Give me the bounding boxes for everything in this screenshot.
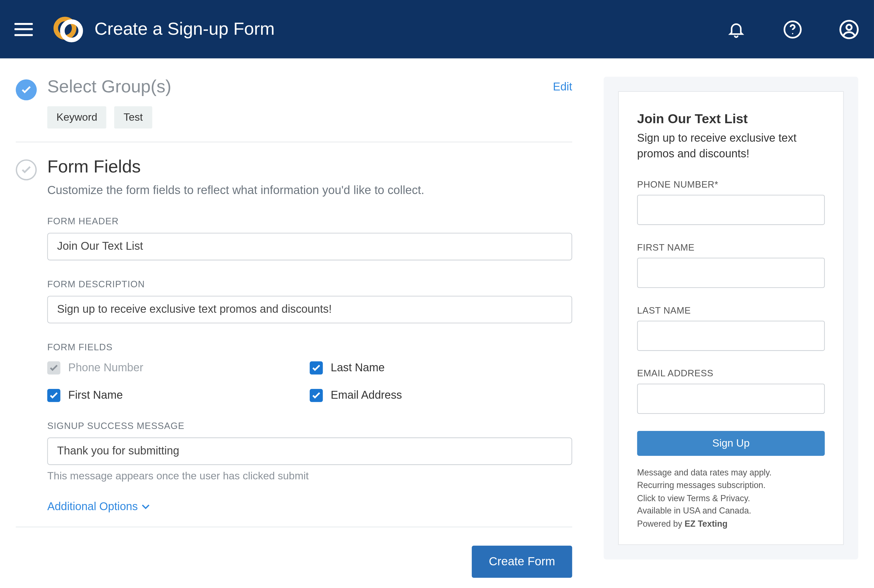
notifications-icon[interactable]	[726, 19, 747, 40]
account-icon[interactable]	[838, 19, 859, 40]
checkbox-label: Phone Number	[68, 362, 143, 375]
preview-field-label: FIRST NAME	[637, 242, 825, 252]
app-logo[interactable]	[53, 14, 84, 45]
preview-field-label: EMAIL ADDRESS	[637, 368, 825, 378]
preview-description: Sign up to receive exclusive text promos…	[637, 130, 825, 162]
help-icon[interactable]	[782, 19, 803, 40]
checkbox[interactable]	[47, 389, 60, 402]
preview-field-label: LAST NAME	[637, 304, 825, 315]
form-header-input[interactable]	[47, 233, 572, 260]
app-header: Create a Sign-up Form	[0, 0, 874, 58]
success-message-label: SIGNUP SUCCESS MESSAGE	[47, 420, 572, 430]
create-form-button[interactable]: Create Form	[472, 546, 572, 578]
preview-legal-text: Message and data rates may apply.Recurri…	[637, 466, 825, 530]
checkbox	[47, 362, 60, 375]
preview-signup-button[interactable]: Sign Up	[637, 430, 825, 456]
menu-icon[interactable]	[15, 22, 33, 36]
success-message-input[interactable]	[47, 437, 572, 465]
checkbox[interactable]	[310, 362, 323, 375]
checkbox-label: First Name	[68, 389, 123, 402]
step-pending-icon	[16, 159, 37, 180]
divider	[16, 142, 572, 142]
checkbox-label: Email Address	[331, 389, 402, 402]
preview-field-input[interactable]	[637, 320, 825, 351]
form-header-label: FORM HEADER	[47, 216, 572, 226]
checkbox-label: Last Name	[331, 362, 385, 375]
preview-field-input[interactable]	[637, 258, 825, 288]
group-chip[interactable]: Keyword	[47, 106, 107, 129]
preview-card: Join Our Text List Sign up to receive ex…	[618, 91, 844, 545]
step-form-fields: Form Fields Customize the form fields to…	[16, 157, 572, 526]
checkbox[interactable]	[310, 389, 323, 402]
preview-field-input[interactable]	[637, 383, 825, 414]
chevron-down-icon	[142, 504, 150, 510]
svg-point-3	[792, 33, 793, 34]
step-select-groups: Select Group(s) Edit KeywordTest	[16, 77, 572, 142]
svg-point-5	[847, 24, 852, 30]
additional-options-label: Additional Options	[47, 500, 138, 513]
step-title: Form Fields	[47, 157, 572, 177]
step-subtitle: Customize the form fields to reflect wha…	[47, 184, 572, 197]
field-checkbox-row: First Name	[47, 389, 310, 402]
step-complete-icon	[16, 79, 37, 100]
step-title: Select Group(s)	[47, 77, 171, 97]
preview-field-input[interactable]	[637, 195, 825, 225]
form-description-label: FORM DESCRIPTION	[47, 279, 572, 289]
page-title: Create a Sign-up Form	[95, 19, 275, 39]
preview-title: Join Our Text List	[637, 111, 825, 126]
group-chip[interactable]: Test	[114, 106, 152, 129]
form-fields-label: FORM FIELDS	[47, 342, 572, 352]
field-checkbox-row: Last Name	[310, 362, 572, 375]
additional-options-toggle[interactable]: Additional Options	[47, 500, 150, 513]
preview-panel: Join Our Text List Sign up to receive ex…	[604, 77, 858, 560]
success-message-helper: This message appears once the user has c…	[47, 470, 572, 482]
divider	[16, 526, 572, 527]
edit-groups-link[interactable]: Edit	[553, 80, 572, 93]
field-checkbox-row: Email Address	[310, 389, 572, 402]
field-checkbox-row: Phone Number	[47, 362, 310, 375]
preview-field-label: PHONE NUMBER*	[637, 178, 825, 189]
form-description-input[interactable]	[47, 296, 572, 323]
